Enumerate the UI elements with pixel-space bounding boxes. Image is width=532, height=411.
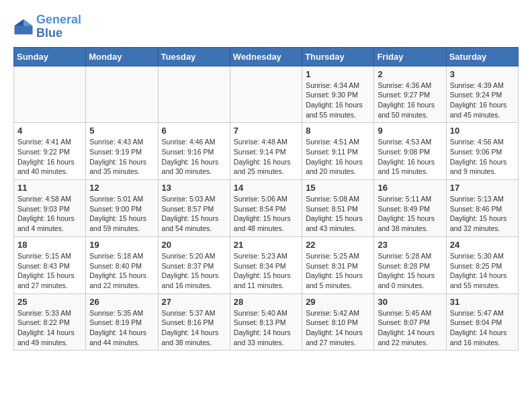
calendar-day-7: 7Sunrise: 4:48 AM Sunset: 9:14 PM Daylig… — [230, 123, 302, 180]
logo-icon — [13, 17, 34, 37]
calendar-day-27: 27Sunrise: 5:37 AM Sunset: 8:16 PM Dayli… — [158, 293, 230, 351]
calendar-table: SundayMondayTuesdayWednesdayThursdayFrid… — [13, 47, 519, 351]
calendar-week-row: 1Sunrise: 4:34 AM Sunset: 9:30 PM Daylig… — [14, 66, 519, 123]
day-content: Sunrise: 4:53 AM Sunset: 9:08 PM Dayligh… — [378, 137, 442, 177]
day-content: Sunrise: 4:46 AM Sunset: 9:16 PM Dayligh… — [162, 137, 226, 177]
day-content: Sunrise: 4:58 AM Sunset: 9:03 PM Dayligh… — [17, 194, 82, 234]
day-content: Sunrise: 5:20 AM Sunset: 8:37 PM Dayligh… — [162, 251, 226, 291]
weekday-header-saturday: Saturday — [446, 47, 518, 66]
day-number: 30 — [378, 297, 442, 307]
day-number: 29 — [306, 297, 370, 307]
calendar-day-2: 2Sunrise: 4:36 AM Sunset: 9:27 PM Daylig… — [374, 66, 446, 123]
calendar-day-20: 20Sunrise: 5:20 AM Sunset: 8:37 PM Dayli… — [158, 236, 230, 293]
calendar-day-24: 24Sunrise: 5:30 AM Sunset: 8:25 PM Dayli… — [446, 236, 518, 293]
calendar-day-empty — [14, 66, 86, 123]
calendar-day-17: 17Sunrise: 5:13 AM Sunset: 8:46 PM Dayli… — [446, 180, 518, 237]
day-number: 11 — [17, 183, 82, 193]
calendar-day-10: 10Sunrise: 4:56 AM Sunset: 9:06 PM Dayli… — [446, 123, 518, 180]
day-number: 20 — [162, 240, 226, 250]
day-number: 28 — [234, 297, 298, 307]
day-number: 2 — [378, 69, 442, 79]
weekday-header-wednesday: Wednesday — [230, 47, 302, 66]
calendar-day-16: 16Sunrise: 5:11 AM Sunset: 8:49 PM Dayli… — [374, 180, 446, 237]
calendar-day-11: 11Sunrise: 4:58 AM Sunset: 9:03 PM Dayli… — [14, 180, 86, 237]
day-number: 25 — [17, 297, 82, 307]
calendar-day-5: 5Sunrise: 4:43 AM Sunset: 9:19 PM Daylig… — [86, 123, 158, 180]
day-content: Sunrise: 5:23 AM Sunset: 8:34 PM Dayligh… — [234, 251, 298, 291]
page-header: General Blue — [13, 13, 519, 40]
calendar-day-30: 30Sunrise: 5:45 AM Sunset: 8:07 PM Dayli… — [374, 293, 446, 351]
day-number: 14 — [234, 183, 298, 193]
calendar-day-3: 3Sunrise: 4:39 AM Sunset: 9:24 PM Daylig… — [446, 66, 518, 123]
calendar-week-row: 4Sunrise: 4:41 AM Sunset: 9:22 PM Daylig… — [14, 123, 519, 180]
day-number: 5 — [89, 126, 154, 136]
day-number: 15 — [306, 183, 370, 193]
day-number: 10 — [450, 126, 515, 136]
calendar-day-15: 15Sunrise: 5:08 AM Sunset: 8:51 PM Dayli… — [302, 180, 374, 237]
day-number: 18 — [17, 240, 82, 250]
calendar-day-26: 26Sunrise: 5:35 AM Sunset: 8:19 PM Dayli… — [86, 293, 158, 351]
day-content: Sunrise: 5:06 AM Sunset: 8:54 PM Dayligh… — [234, 194, 298, 234]
calendar-day-25: 25Sunrise: 5:33 AM Sunset: 8:22 PM Dayli… — [14, 293, 86, 351]
day-content: Sunrise: 4:51 AM Sunset: 9:11 PM Dayligh… — [306, 137, 370, 177]
day-number: 26 — [89, 297, 154, 307]
day-number: 1 — [306, 69, 370, 79]
day-content: Sunrise: 4:43 AM Sunset: 9:19 PM Dayligh… — [89, 137, 154, 177]
day-content: Sunrise: 5:03 AM Sunset: 8:57 PM Dayligh… — [162, 194, 226, 234]
day-number: 16 — [378, 183, 442, 193]
calendar-day-22: 22Sunrise: 5:25 AM Sunset: 8:31 PM Dayli… — [302, 236, 374, 293]
day-number: 23 — [378, 240, 442, 250]
day-number: 24 — [450, 240, 515, 250]
calendar-day-23: 23Sunrise: 5:28 AM Sunset: 8:28 PM Dayli… — [374, 236, 446, 293]
day-content: Sunrise: 5:33 AM Sunset: 8:22 PM Dayligh… — [17, 308, 82, 348]
calendar-day-21: 21Sunrise: 5:23 AM Sunset: 8:34 PM Dayli… — [230, 236, 302, 293]
weekday-header-row: SundayMondayTuesdayWednesdayThursdayFrid… — [14, 47, 519, 66]
calendar-week-row: 11Sunrise: 4:58 AM Sunset: 9:03 PM Dayli… — [14, 180, 519, 237]
day-content: Sunrise: 5:40 AM Sunset: 8:13 PM Dayligh… — [234, 308, 298, 348]
day-number: 12 — [89, 183, 154, 193]
day-number: 22 — [306, 240, 370, 250]
day-content: Sunrise: 4:48 AM Sunset: 9:14 PM Dayligh… — [234, 137, 298, 177]
calendar-week-row: 18Sunrise: 5:15 AM Sunset: 8:43 PM Dayli… — [14, 236, 519, 293]
calendar-day-8: 8Sunrise: 4:51 AM Sunset: 9:11 PM Daylig… — [302, 123, 374, 180]
weekday-header-monday: Monday — [86, 47, 158, 66]
weekday-header-tuesday: Tuesday — [158, 47, 230, 66]
calendar-day-13: 13Sunrise: 5:03 AM Sunset: 8:57 PM Dayli… — [158, 180, 230, 237]
calendar-day-29: 29Sunrise: 5:42 AM Sunset: 8:10 PM Dayli… — [302, 293, 374, 351]
day-number: 27 — [162, 297, 226, 307]
calendar-day-14: 14Sunrise: 5:06 AM Sunset: 8:54 PM Dayli… — [230, 180, 302, 237]
day-number: 13 — [162, 183, 226, 193]
day-content: Sunrise: 4:36 AM Sunset: 9:27 PM Dayligh… — [378, 81, 442, 120]
calendar-day-1: 1Sunrise: 4:34 AM Sunset: 9:30 PM Daylig… — [302, 66, 374, 123]
day-number: 6 — [162, 126, 226, 136]
day-number: 3 — [450, 69, 515, 79]
calendar-day-6: 6Sunrise: 4:46 AM Sunset: 9:16 PM Daylig… — [158, 123, 230, 180]
day-number: 7 — [234, 126, 298, 136]
day-number: 8 — [306, 126, 370, 136]
logo-text: General Blue — [36, 13, 81, 40]
weekday-header-sunday: Sunday — [14, 47, 86, 66]
day-content: Sunrise: 5:45 AM Sunset: 8:07 PM Dayligh… — [378, 308, 442, 348]
weekday-header-friday: Friday — [374, 47, 446, 66]
day-content: Sunrise: 5:35 AM Sunset: 8:19 PM Dayligh… — [89, 308, 154, 348]
day-number: 17 — [450, 183, 515, 193]
calendar-day-18: 18Sunrise: 5:15 AM Sunset: 8:43 PM Dayli… — [14, 236, 86, 293]
day-content: Sunrise: 5:15 AM Sunset: 8:43 PM Dayligh… — [17, 251, 82, 291]
calendar-day-4: 4Sunrise: 4:41 AM Sunset: 9:22 PM Daylig… — [14, 123, 86, 180]
calendar-day-31: 31Sunrise: 5:47 AM Sunset: 8:04 PM Dayli… — [446, 293, 518, 351]
day-number: 4 — [17, 126, 82, 136]
day-content: Sunrise: 4:41 AM Sunset: 9:22 PM Dayligh… — [17, 137, 82, 177]
day-content: Sunrise: 5:01 AM Sunset: 9:00 PM Dayligh… — [89, 194, 154, 234]
calendar-day-19: 19Sunrise: 5:18 AM Sunset: 8:40 PM Dayli… — [86, 236, 158, 293]
calendar-day-9: 9Sunrise: 4:53 AM Sunset: 9:08 PM Daylig… — [374, 123, 446, 180]
weekday-header-thursday: Thursday — [302, 47, 374, 66]
day-content: Sunrise: 4:39 AM Sunset: 9:24 PM Dayligh… — [450, 81, 515, 120]
day-content: Sunrise: 4:56 AM Sunset: 9:06 PM Dayligh… — [450, 137, 515, 177]
svg-marker-2 — [15, 19, 24, 26]
day-content: Sunrise: 5:30 AM Sunset: 8:25 PM Dayligh… — [450, 251, 515, 291]
day-content: Sunrise: 5:37 AM Sunset: 8:16 PM Dayligh… — [162, 308, 226, 348]
calendar-week-row: 25Sunrise: 5:33 AM Sunset: 8:22 PM Dayli… — [14, 293, 519, 351]
calendar-day-empty — [158, 66, 230, 123]
day-content: Sunrise: 5:25 AM Sunset: 8:31 PM Dayligh… — [306, 251, 370, 291]
day-number: 19 — [89, 240, 154, 250]
